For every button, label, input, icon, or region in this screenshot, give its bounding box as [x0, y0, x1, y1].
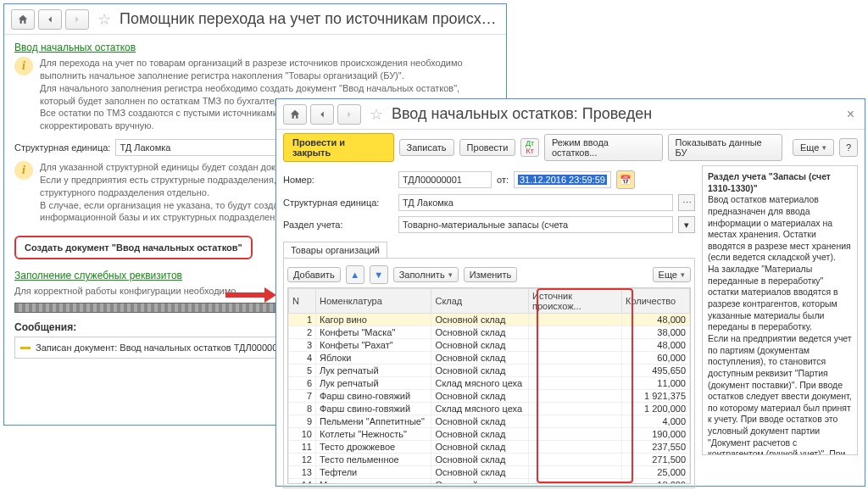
- struct-unit-label: Структурная единица:: [14, 142, 110, 153]
- more-button[interactable]: Еще▾: [793, 139, 834, 156]
- col-source[interactable]: Источник происхож...: [529, 289, 622, 314]
- number-input[interactable]: ТДЛ00000001: [398, 171, 492, 188]
- table-row[interactable]: 8Фарш свино-говяжийСклад мясного цеха1 2…: [289, 403, 690, 415]
- tab-goods[interactable]: Товары организаций: [283, 242, 387, 258]
- edit-button[interactable]: Изменить: [464, 267, 518, 282]
- favorite-icon[interactable]: ☆: [370, 105, 383, 124]
- back-button[interactable]: [310, 104, 334, 125]
- home-button[interactable]: [283, 104, 307, 125]
- table-more-button[interactable]: Еще▾: [653, 267, 691, 282]
- col-n[interactable]: N: [289, 289, 316, 314]
- col-warehouse[interactable]: Склад: [431, 289, 529, 314]
- help-title: Раздел учета "Запасы (счет 1310-1330)": [708, 171, 831, 193]
- table-row[interactable]: 2Конфеты "Маска"Основной склад38,000: [289, 326, 690, 339]
- move-up-button[interactable]: ▲: [346, 265, 364, 284]
- help-body: Ввод остатков материалов предназначен дл…: [708, 194, 852, 455]
- post-button[interactable]: Провести: [459, 139, 516, 156]
- post-and-close-button[interactable]: Провести и закрыть: [283, 133, 394, 162]
- table-row[interactable]: 4ЯблокиОсновной склад60,000: [289, 352, 690, 365]
- save-button[interactable]: Записать: [399, 139, 454, 156]
- section-input[interactable]: Товарно-материальные запасы (счета: [398, 216, 673, 233]
- close-button[interactable]: ×: [843, 107, 858, 122]
- struct-unit-label: Структурная единица:: [283, 198, 393, 208]
- fill-button[interactable]: Заполнить▾: [393, 267, 459, 282]
- calendar-button[interactable]: 📅: [616, 170, 635, 189]
- table-row[interactable]: 9Пельмени "Аппетитные"Основной склад4,00…: [289, 415, 690, 428]
- goods-table[interactable]: N Номенклатура Склад Источник происхож..…: [287, 287, 691, 484]
- struct-unit-row: Структурная единица: ТД Лакомка ⋯: [283, 194, 695, 211]
- table-row[interactable]: 10Котлеты "Нежность"Основной склад190,00…: [289, 428, 690, 441]
- show-bu-button[interactable]: Показывать данные БУ: [668, 134, 782, 161]
- col-quantity[interactable]: Количество: [622, 289, 690, 314]
- window-title: Помощник перехода на учет по источникам …: [120, 10, 499, 28]
- table-row[interactable]: 1Кагор виноОсновной склад48,000: [289, 314, 690, 326]
- add-row-button[interactable]: Добавить: [287, 267, 341, 282]
- dropdown-button[interactable]: ▾: [678, 216, 695, 233]
- help-button[interactable]: ?: [839, 138, 858, 157]
- titlebar: ☆ Помощник перехода на учет по источника…: [4, 4, 506, 35]
- main-toolbar: Провести и закрыть Записать Провести ДтК…: [276, 130, 865, 165]
- struct-unit-input[interactable]: ТД Лакомка: [398, 194, 673, 211]
- dt-kt-button[interactable]: ДтКт: [520, 138, 539, 157]
- favorite-icon[interactable]: ☆: [97, 10, 111, 29]
- move-down-button[interactable]: ▼: [370, 265, 388, 284]
- table-row[interactable]: 11Тесто дрожжевоеОсновной склад237,550: [289, 441, 690, 454]
- number-label: Номер:: [283, 175, 393, 185]
- table-row[interactable]: 13ТефтелиОсновной склад25,000: [289, 466, 690, 479]
- forward-button[interactable]: [337, 104, 361, 125]
- table-row[interactable]: 3Конфеты "Рахат"Основной склад48,000: [289, 339, 690, 352]
- table-toolbar: Добавить ▲ ▼ Заполнить▾ Изменить Еще▾: [287, 262, 691, 287]
- section-header: Ввод начальных остатков: [14, 42, 496, 53]
- section-label: Раздел учета:: [283, 220, 393, 230]
- forward-button[interactable]: [65, 9, 89, 30]
- date-input[interactable]: 31.12.2016 23:59:59: [514, 171, 611, 188]
- window-title: Ввод начальных остатков: Проведен: [392, 105, 840, 123]
- date-label: от:: [497, 175, 509, 185]
- select-button[interactable]: ⋯: [678, 194, 695, 211]
- titlebar: ☆ Ввод начальных остатков: Проведен ×: [276, 99, 865, 130]
- table-row[interactable]: 5Лук репчатыйОсновной склад495,650: [289, 365, 690, 377]
- back-button[interactable]: [38, 9, 62, 30]
- number-row: Номер: ТДЛ00000001 от: 31.12.2016 23:59:…: [283, 170, 695, 189]
- table-row[interactable]: 7Фарш свино-говяжийОсновной склад1 921,3…: [289, 390, 690, 403]
- input-mode-button[interactable]: Режим ввода остатков...: [544, 134, 663, 161]
- message-text: Записан документ: Ввод начальных остатко…: [36, 342, 277, 353]
- message-icon: [20, 347, 31, 349]
- table-row[interactable]: 6Лук репчатыйСклад мясного цеха11,000: [289, 377, 690, 390]
- document-window: ☆ Ввод начальных остатков: Проведен × Пр…: [275, 98, 865, 487]
- info-icon: i: [14, 161, 33, 180]
- table-row[interactable]: 12Тесто пельменноеОсновной склад271,500: [289, 454, 690, 466]
- create-document-button[interactable]: Создать документ "Ввод начальных остатко…: [14, 236, 253, 259]
- table-row[interactable]: 14Мясо свининаОсновной склад18,000: [289, 479, 690, 485]
- col-nomenclature[interactable]: Номенклатура: [316, 289, 431, 314]
- help-panel: Раздел учета "Запасы (счет 1310-1330)" В…: [702, 165, 858, 455]
- section-row: Раздел учета: Товарно-материальные запас…: [283, 216, 695, 233]
- info-icon: i: [14, 57, 33, 75]
- home-button[interactable]: [11, 9, 35, 30]
